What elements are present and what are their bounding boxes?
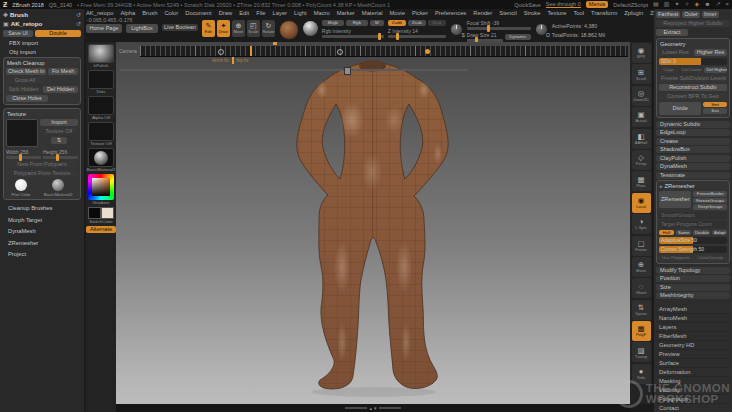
lower-res-button[interactable]: Lower Res (659, 49, 692, 56)
polypaint-from-texture-button[interactable]: Polypaint From Texture (6, 170, 78, 177)
edit-mode-button[interactable]: ✎Edit (202, 20, 215, 37)
subpalette-row[interactable]: Geometry HD (656, 341, 730, 350)
dynamic-button[interactable]: Dynamic (505, 34, 531, 40)
subpalette-row[interactable]: NanoMesh (656, 314, 730, 323)
rgb-toggle[interactable]: Rgb (346, 20, 368, 26)
flip-v-icon[interactable]: ⇅ (51, 137, 67, 144)
close-holes-button[interactable]: Close Holes (6, 95, 48, 102)
cage-toggle[interactable]: Cage (659, 67, 678, 73)
ghost-toggle[interactable]: ◌Ghost (632, 278, 651, 298)
smooth-groups-slider[interactable]: SmoothGroups (659, 212, 727, 219)
check-mesh-button[interactable]: Check Mesh In (6, 68, 46, 75)
monitor-alt-icon[interactable]: ▥ (664, 1, 670, 8)
color-density-slider[interactable]: ColorDensity (694, 255, 727, 261)
zremesher-title-row[interactable]: ▸ ZRemesher (660, 183, 727, 189)
quicksave-button[interactable]: QuickSave (514, 2, 541, 8)
timeline-keyframe-selected[interactable] (425, 49, 430, 54)
menu-item[interactable]: Brush (142, 10, 157, 16)
menu-item[interactable]: Movie (389, 10, 404, 16)
tray-up-icon[interactable]: ▴ (369, 405, 372, 411)
bottom-tray-divider[interactable]: ▴ ▾ (116, 404, 630, 412)
target-polygons-slider[interactable]: Target Polygons Count (659, 221, 727, 228)
smt-toggle[interactable]: Smt (703, 102, 727, 108)
menu-item[interactable]: Stencil (499, 10, 516, 16)
menu-item[interactable]: Edit (239, 10, 249, 16)
lock-icon[interactable]: ◈ (695, 1, 700, 8)
alternate-button[interactable]: Alternate (86, 226, 116, 233)
zremesher-button[interactable]: ZRemesher (659, 191, 691, 208)
outer-button[interactable]: Outer (682, 11, 700, 18)
aahalf-button[interactable]: ◧AAHalf (632, 129, 651, 149)
subpalette-row[interactable]: Preview (656, 350, 730, 359)
plugin-menu-item[interactable]: DynaMesh (3, 226, 81, 238)
suv-toggle[interactable]: Suv (703, 108, 727, 114)
texture-import-button[interactable]: Import (40, 119, 78, 126)
freeze-subdivision-button[interactable]: Freeze SubDivision Levels (659, 75, 727, 82)
obj-import-button[interactable]: Obj import (3, 48, 81, 57)
flat-color-swatch[interactable] (15, 179, 27, 191)
subpalette-row[interactable]: FiberMesh (656, 332, 730, 341)
subpalette-row[interactable]: Layers (656, 323, 730, 332)
subpalette-row[interactable]: Masking (656, 377, 730, 386)
xpose-button[interactable]: ⇅Xpose (632, 300, 651, 320)
higher-res-button[interactable]: Higher Res (694, 49, 727, 56)
half-toggle[interactable]: Half (659, 230, 674, 236)
home-page-button[interactable]: Home Page (86, 24, 122, 33)
curves-strength-slider[interactable]: Curves Strength 50 (659, 246, 727, 253)
scale-mode-button[interactable]: ◰Scale (247, 20, 260, 37)
current-texture-thumb[interactable]: Texture Off (88, 122, 114, 146)
subpalette-header[interactable]: Size (656, 284, 730, 291)
menu-item[interactable]: Macro (314, 10, 330, 16)
texture-preview[interactable] (6, 119, 38, 147)
subpalette-row[interactable]: Deformation (656, 368, 730, 377)
focal-shift-slider[interactable] (467, 27, 531, 30)
split-hidden-button[interactable]: Split Hidden (6, 86, 41, 93)
fix-mesh-button[interactable]: Fix Mesh (48, 68, 78, 75)
menu-item[interactable]: Stroke (524, 10, 541, 16)
reconstruct-subdiv-button[interactable]: Reconstruct Subdiv (659, 84, 727, 91)
subpalette-row[interactable]: ArrayMesh (656, 305, 730, 314)
use-polypaint-toggle[interactable]: Use Polypaint (659, 255, 692, 261)
adapt-toggle[interactable]: Adapt (712, 230, 727, 236)
new-from-polypaint-button[interactable]: New From Polypaint (6, 161, 78, 168)
hand-alt-icon[interactable]: ✧ (684, 1, 689, 8)
timeline-zoom-knob[interactable] (344, 67, 351, 75)
del-hidden-button[interactable]: Del Hidden (43, 86, 78, 93)
menu-item[interactable]: Document (185, 10, 211, 16)
zsub-toggle[interactable]: Zsub (408, 20, 426, 26)
subpalette-header[interactable]: Dynamic Subdiv (656, 121, 730, 128)
subpalette-header[interactable]: ShadowBox (656, 146, 730, 153)
menu-item[interactable]: Draw (219, 10, 233, 16)
live-boolean-button[interactable]: Live Boolean (162, 24, 198, 31)
grow-all-button[interactable]: Grow All (6, 77, 44, 84)
lightbox-button[interactable]: LightBox (126, 24, 158, 33)
zoom3d-button[interactable]: ◎Zoom3D (632, 86, 651, 106)
save-ui-button[interactable]: Save UI (3, 30, 33, 37)
brush-refresh-icon[interactable]: ↺ (76, 11, 81, 18)
z-intensity-slider[interactable] (388, 35, 446, 38)
rotate-mode-button[interactable]: ↻Rotate (262, 20, 275, 37)
draw-mode-button[interactable]: ✦Draw (217, 20, 230, 37)
solo-toggle[interactable]: ●Solo (632, 364, 651, 384)
plugin-menu-item[interactable]: Morph Target (3, 215, 81, 227)
menu-item[interactable]: Material (362, 10, 383, 16)
extract-button[interactable]: Extract (656, 29, 688, 36)
open-dial-icon[interactable]: O (535, 23, 548, 36)
close-icon[interactable]: × (725, 1, 729, 8)
primary-color-swatch[interactable] (88, 207, 101, 219)
timeline-cursor[interactable] (250, 46, 252, 56)
menu-item[interactable]: Preferences (435, 10, 466, 16)
bpr-button[interactable]: ◉BPR (632, 43, 651, 63)
menu-item[interactable]: Marker (337, 10, 355, 16)
double-button[interactable]: Double (35, 30, 81, 37)
texture-width-slider[interactable] (6, 156, 41, 159)
menu-item[interactable]: Render (473, 10, 492, 16)
current-brush-thumb[interactable]: hPolish (88, 44, 114, 68)
plugin-menu-item[interactable]: Cleanup Brushes (3, 203, 81, 215)
default-zscript-button[interactable]: DefaultZScript (613, 2, 648, 8)
lsym-toggle[interactable]: ◑L.Sym (632, 214, 651, 234)
actual-button[interactable]: ▣Actual (632, 107, 651, 127)
convert-bpr-button[interactable]: Convert BPR To Geo (659, 93, 727, 100)
zadd-toggle[interactable]: Zadd (388, 20, 406, 26)
same-toggle[interactable]: Same (676, 230, 691, 236)
